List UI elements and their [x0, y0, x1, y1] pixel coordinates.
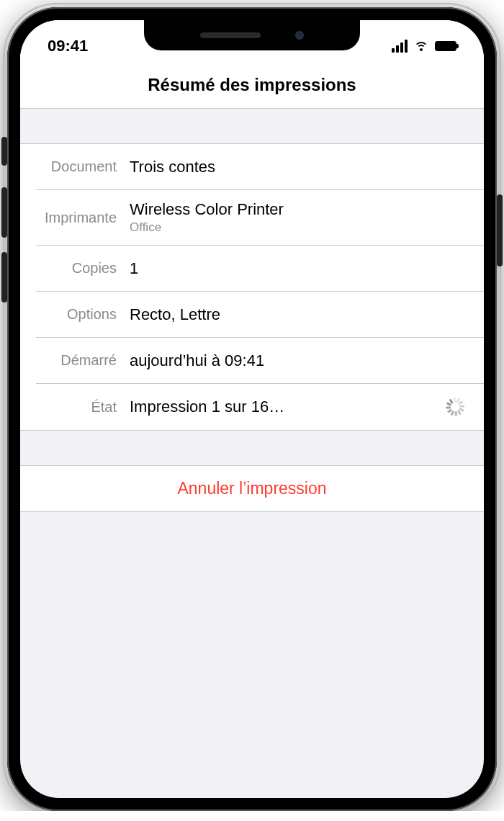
label-printer: Imprimante — [36, 210, 130, 226]
spinner-icon — [445, 398, 464, 416]
row-status: État Impression 1 sur 16… — [36, 384, 484, 430]
value-printer: Wireless Color Printer — [130, 200, 468, 219]
print-summary-list: Document Trois contes Imprimante Wireles… — [20, 143, 484, 431]
row-started: Démarré aujourd’hui à 09:41 — [36, 338, 484, 384]
label-copies: Copies — [36, 260, 130, 277]
label-document: Document — [36, 158, 130, 175]
action-group: Annuler l’impression — [20, 465, 484, 512]
device-frame: 09:41 Résumé des impressions Document Tr… — [7, 7, 497, 811]
value-status: Impression 1 sur 16… — [130, 398, 445, 416]
navbar-title: Résumé des impressions — [20, 63, 484, 109]
value-copies: 1 — [130, 259, 468, 278]
value-document: Trois contes — [130, 158, 468, 176]
value-options: Recto, Lettre — [130, 305, 468, 324]
row-document: Document Trois contes — [36, 144, 484, 190]
label-options: Options — [36, 306, 130, 323]
status-time: 09:41 — [48, 37, 141, 55]
value-printer-location: Office — [130, 220, 468, 235]
screen: 09:41 Résumé des impressions Document Tr… — [20, 20, 484, 798]
row-printer: Imprimante Wireless Color Printer Office — [36, 190, 484, 246]
row-options: Options Recto, Lettre — [36, 292, 484, 338]
label-started: Démarré — [36, 352, 130, 369]
value-started: aujourd’hui à 09:41 — [130, 351, 468, 370]
cancel-print-button[interactable]: Annuler l’impression — [20, 466, 484, 511]
wifi-icon — [413, 40, 429, 53]
row-copies: Copies 1 — [36, 246, 484, 292]
cellular-signal-icon — [392, 40, 408, 53]
battery-icon — [435, 41, 456, 51]
label-status: État — [36, 399, 130, 416]
